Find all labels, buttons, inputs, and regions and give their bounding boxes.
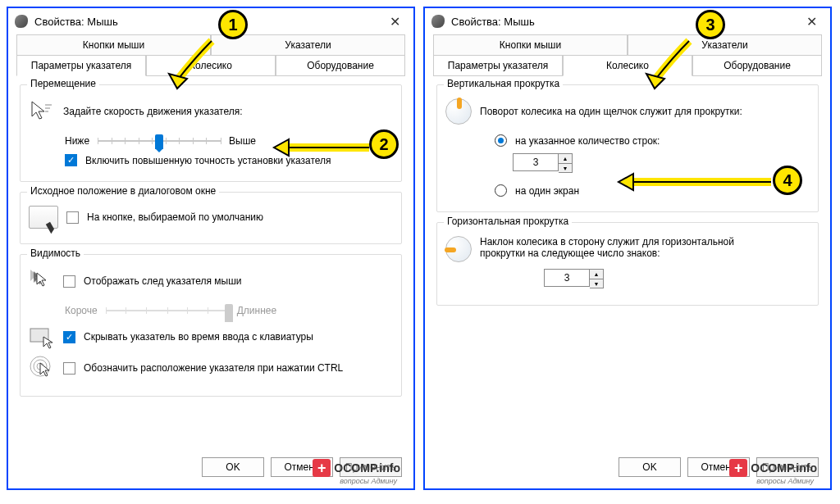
spinner-down[interactable]: ▼ xyxy=(559,163,572,172)
scroll-screen-radio[interactable] xyxy=(495,184,507,197)
slider-fast-label: Выше xyxy=(229,135,256,147)
trails-checkbox[interactable] xyxy=(63,275,75,288)
window-icon xyxy=(431,15,445,28)
callout-4-number: 4 xyxy=(773,166,802,195)
horizontal-title: Горизонтальная прокрутка xyxy=(444,216,572,227)
watermark-subtitle: вопросы Админу xyxy=(756,477,814,485)
snap-label: На кнопке, выбираемой по умолчанию xyxy=(87,211,263,223)
pointer-speed-slider[interactable] xyxy=(98,133,221,149)
tab-pointer-options[interactable]: Параметры указателя xyxy=(433,55,563,76)
ctrl-locate-label: Обозначить расположение указателя при на… xyxy=(84,362,343,374)
window-title: Свойства: Мышь xyxy=(34,16,383,28)
trails-long-label: Длиннее xyxy=(237,305,276,316)
cancel-button[interactable]: Отмена xyxy=(687,457,750,477)
tab-hardware[interactable]: Оборудование xyxy=(276,55,405,76)
trails-label: Отображать след указателя мыши xyxy=(84,275,242,287)
horizontal-scroll-group: Горизонтальная прокрутка Наклон колесика… xyxy=(436,222,819,306)
cancel-button[interactable]: Отмена xyxy=(271,457,333,477)
vertical-title: Вертикальная прокрутка xyxy=(444,78,563,89)
scroll-lines-radio[interactable] xyxy=(495,134,507,147)
callout-1-number: 1 xyxy=(218,10,248,39)
mouse-properties-window-right: Свойства: Мышь ✕ Кнопки мыши Указатели П… xyxy=(423,7,832,490)
vertical-desc: Поворот колесика на один щелчок служит д… xyxy=(480,106,742,117)
apply-button[interactable]: Применить xyxy=(340,457,402,477)
tabs-row-2: Параметры указателя Колесико Оборудовани… xyxy=(425,55,830,76)
scroll-lines-input[interactable] xyxy=(513,153,559,171)
snap-checkbox[interactable] xyxy=(66,211,79,224)
motion-title: Перемещение xyxy=(27,78,99,89)
spinner-up[interactable]: ▲ xyxy=(559,154,572,163)
visibility-title: Видимость xyxy=(27,247,84,259)
window-icon xyxy=(15,15,28,28)
trails-short-label: Короче xyxy=(65,305,98,316)
watermark-subtitle: вопросы Админу xyxy=(340,477,397,485)
snap-title: Исходное положение в диалоговом окне xyxy=(27,185,219,197)
speed-label: Задайте скорость движения указателя: xyxy=(63,106,243,117)
trails-cursor-icon xyxy=(29,268,55,294)
ok-button[interactable]: OK xyxy=(202,457,264,477)
tabs-row-1: Кнопки мыши Указатели xyxy=(425,34,830,56)
titlebar: Свойства: Мышь ✕ xyxy=(425,8,830,34)
ctrl-locate-icon xyxy=(29,355,55,381)
trails-length-slider xyxy=(106,302,229,319)
slider-slow-label: Ниже xyxy=(65,135,89,147)
hide-cursor-icon xyxy=(29,324,55,350)
tab-pointer-options[interactable]: Параметры указателя xyxy=(16,55,146,76)
window-title: Свойства: Мышь xyxy=(451,16,800,28)
snap-group: Исходное положение в диалоговом окне На … xyxy=(20,192,402,244)
hide-typing-checkbox[interactable]: ✓ xyxy=(63,331,75,343)
hide-typing-label: Скрывать указатель во время ввода с клав… xyxy=(84,331,313,343)
content-area: Вертикальная прокрутка Поворот колесика … xyxy=(425,76,830,451)
scroll-screen-label: на один экран xyxy=(515,185,579,197)
horizontal-chars-input[interactable] xyxy=(544,269,590,287)
close-icon[interactable]: ✕ xyxy=(800,14,824,30)
horizontal-wheel-icon xyxy=(445,236,472,262)
spinner-up[interactable]: ▲ xyxy=(590,270,603,279)
apply-button[interactable]: Применить xyxy=(756,457,819,477)
titlebar: Свойства: Мышь ✕ xyxy=(8,8,413,34)
spinner-down[interactable]: ▼ xyxy=(590,279,603,288)
visibility-group: Видимость Отображать след указателя мыши… xyxy=(20,254,402,397)
motion-cursor-icon xyxy=(29,98,55,125)
vertical-wheel-icon xyxy=(445,98,472,125)
enhance-precision-checkbox[interactable]: ✓ xyxy=(65,154,77,166)
tab-pointers[interactable]: Указатели xyxy=(211,34,405,56)
callout-3-number: 3 xyxy=(696,10,725,39)
scroll-lines-label: на указанное количество строк: xyxy=(515,135,660,147)
callout-2-number: 2 xyxy=(369,129,399,159)
ctrl-locate-checkbox[interactable] xyxy=(63,362,75,375)
ok-button[interactable]: OK xyxy=(619,457,681,477)
snap-dialog-icon xyxy=(29,206,58,229)
close-icon[interactable]: ✕ xyxy=(383,14,407,30)
horizontal-desc: Наклон колесика в сторону служит для гор… xyxy=(480,236,742,259)
tab-buttons[interactable]: Кнопки мыши xyxy=(433,34,628,56)
